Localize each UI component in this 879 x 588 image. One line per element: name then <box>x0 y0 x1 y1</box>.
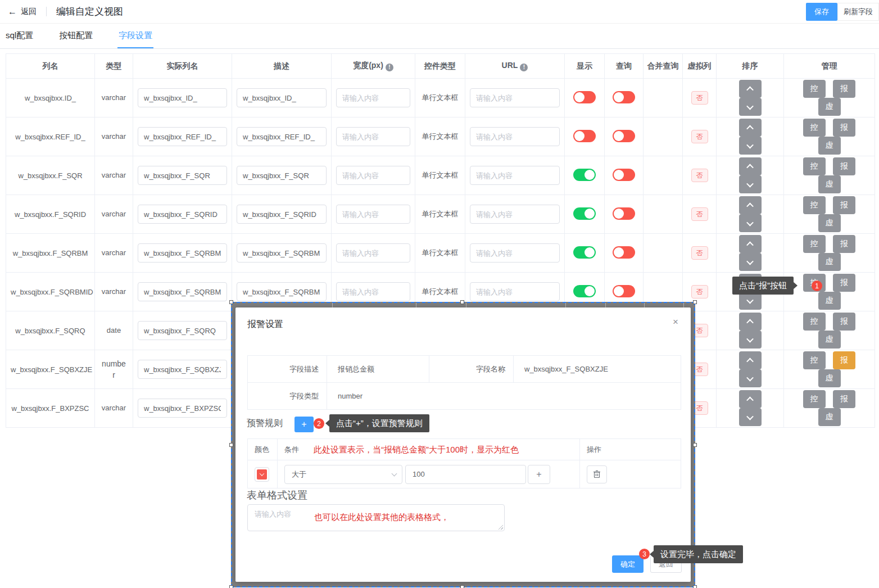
sort-down-button[interactable] <box>739 408 762 426</box>
manage-alert-button[interactable]: 报 <box>833 196 855 214</box>
manage-virtual-button[interactable]: 虚 <box>818 214 841 232</box>
manage-virtual-button[interactable]: 虚 <box>818 253 841 271</box>
actual-name-input[interactable] <box>138 360 227 379</box>
manage-alert-button[interactable]: 报 <box>833 119 855 137</box>
color-picker-button[interactable] <box>255 467 269 482</box>
sort-up-button[interactable] <box>739 313 762 331</box>
url-input[interactable] <box>470 282 560 301</box>
manage-control-button[interactable]: 控 <box>803 351 826 369</box>
manage-virtual-button[interactable]: 虚 <box>818 408 841 426</box>
manage-control-button[interactable]: 控 <box>803 313 826 331</box>
manage-virtual-button[interactable]: 虚 <box>818 98 841 116</box>
actual-name-input[interactable] <box>138 88 227 107</box>
manage-control-button[interactable]: 控 <box>803 196 826 214</box>
show-toggle[interactable] <box>573 207 596 220</box>
tab-button-config[interactable]: 按钮配置 <box>58 24 94 48</box>
actual-name-input[interactable] <box>138 282 227 301</box>
sort-down-button[interactable] <box>739 369 762 387</box>
sort-up-button[interactable] <box>739 119 762 137</box>
condition-select[interactable]: 大于 <box>284 465 402 484</box>
manage-virtual-button[interactable]: 虚 <box>818 331 841 349</box>
query-toggle[interactable] <box>613 285 635 297</box>
width-input[interactable] <box>336 166 410 185</box>
close-icon[interactable]: × <box>673 316 678 328</box>
sort-up-button[interactable] <box>739 196 762 214</box>
sort-down-button[interactable] <box>739 253 762 271</box>
selection-handle[interactable] <box>693 300 697 304</box>
show-toggle[interactable] <box>573 130 596 142</box>
description-input[interactable] <box>237 88 327 107</box>
add-rule-button[interactable]: + <box>294 417 314 432</box>
manage-virtual-button[interactable]: 虚 <box>818 137 841 155</box>
query-toggle[interactable] <box>613 169 635 181</box>
selection-handle[interactable] <box>460 585 464 588</box>
url-input[interactable] <box>470 127 560 146</box>
tab-sql-config[interactable]: sql配置 <box>4 24 34 48</box>
manage-alert-button[interactable]: 报 <box>833 157 855 175</box>
query-toggle[interactable] <box>613 207 635 220</box>
manage-control-button[interactable]: 控 <box>803 119 826 137</box>
width-input[interactable] <box>336 88 410 107</box>
show-toggle[interactable] <box>573 91 596 103</box>
manage-alert-button[interactable]: 报 <box>833 235 855 253</box>
threshold-input[interactable] <box>405 465 526 484</box>
selection-handle[interactable] <box>229 585 233 588</box>
width-input[interactable] <box>336 282 410 301</box>
sort-down-button[interactable] <box>739 137 762 155</box>
query-toggle[interactable] <box>613 246 635 259</box>
sort-down-button[interactable] <box>739 331 762 349</box>
add-condition-button[interactable]: + <box>528 465 550 484</box>
sort-up-button[interactable] <box>739 351 762 369</box>
url-input[interactable] <box>470 166 560 185</box>
actual-name-input[interactable] <box>138 205 227 224</box>
selection-handle[interactable] <box>460 300 464 304</box>
manage-alert-button[interactable]: 报 <box>833 313 855 331</box>
actual-name-input[interactable] <box>138 399 227 418</box>
actual-name-input[interactable] <box>138 243 227 263</box>
manage-control-button[interactable]: 控 <box>803 80 826 98</box>
width-input[interactable] <box>336 205 410 224</box>
manage-alert-button[interactable]: 报 <box>833 80 855 98</box>
selection-handle[interactable] <box>229 300 233 304</box>
manage-virtual-button[interactable]: 虚 <box>818 369 841 387</box>
description-input[interactable] <box>237 166 327 185</box>
manage-alert-button[interactable]: 报 <box>833 351 855 369</box>
description-input[interactable] <box>237 243 327 263</box>
sort-up-button[interactable] <box>739 390 762 408</box>
url-input[interactable] <box>470 243 560 263</box>
description-input[interactable] <box>237 205 327 224</box>
sort-up-button[interactable] <box>739 157 762 175</box>
query-toggle[interactable] <box>613 130 635 142</box>
delete-rule-button[interactable] <box>587 465 607 483</box>
show-toggle[interactable] <box>573 169 596 181</box>
tab-field-settings[interactable]: 字段设置 <box>117 24 153 48</box>
confirm-button[interactable]: 确定 <box>612 555 644 573</box>
selection-handle[interactable] <box>229 443 233 447</box>
sort-down-button[interactable] <box>739 175 762 193</box>
manage-alert-button[interactable]: 报 <box>833 390 855 408</box>
selection-handle[interactable] <box>693 443 697 447</box>
save-button[interactable]: 保存 <box>806 3 837 21</box>
width-input[interactable] <box>336 127 410 146</box>
description-input[interactable] <box>237 127 327 146</box>
query-toggle[interactable] <box>613 91 635 103</box>
manage-alert-button[interactable]: 报 <box>833 274 855 292</box>
refresh-fields-button[interactable]: 刷新字段 <box>837 3 879 21</box>
url-input[interactable] <box>470 88 560 107</box>
sort-up-button[interactable] <box>739 80 762 98</box>
sort-down-button[interactable] <box>739 98 762 116</box>
back-link[interactable]: ← 返回 <box>8 7 37 17</box>
width-input[interactable] <box>336 243 410 263</box>
show-toggle[interactable] <box>573 246 596 259</box>
manage-control-button[interactable]: 控 <box>803 157 826 175</box>
actual-name-input[interactable] <box>138 321 227 340</box>
show-toggle[interactable] <box>573 285 596 297</box>
description-input[interactable] <box>237 282 327 301</box>
sort-up-button[interactable] <box>739 235 762 253</box>
manage-virtual-button[interactable]: 虚 <box>818 292 841 310</box>
url-input[interactable] <box>470 205 560 224</box>
manage-control-button[interactable]: 控 <box>803 390 826 408</box>
actual-name-input[interactable] <box>138 127 227 146</box>
actual-name-input[interactable] <box>138 166 227 185</box>
selection-handle[interactable] <box>693 585 697 588</box>
